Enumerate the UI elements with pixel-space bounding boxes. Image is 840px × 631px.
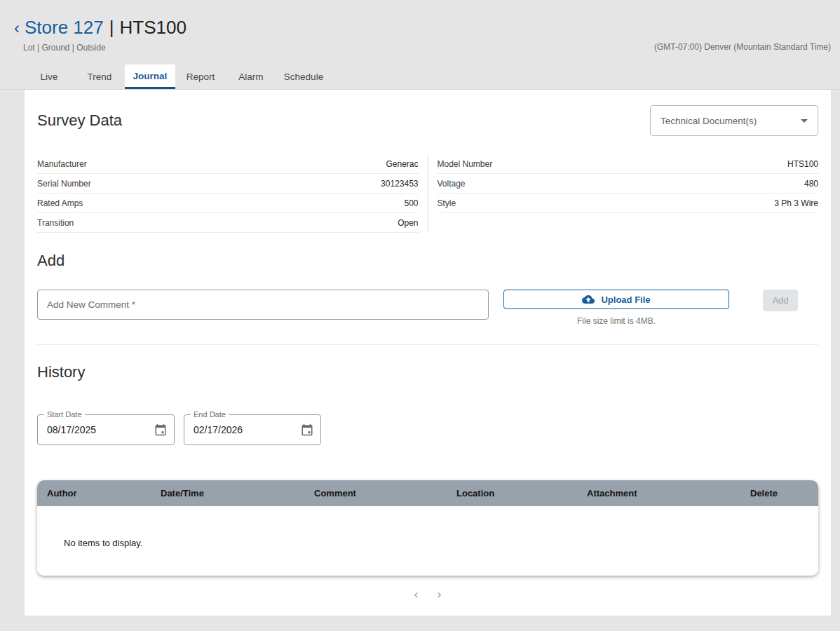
field-value: Open <box>398 218 418 228</box>
add-section-title: Add <box>37 252 818 270</box>
end-date-input[interactable] <box>194 424 271 435</box>
survey-header-row: Survey Data Technical Document(s) <box>37 90 818 136</box>
tab-schedule[interactable]: Schedule <box>276 65 331 89</box>
survey-column-right: Model Number HTS100 Voltage 480 Style 3 … <box>428 154 819 233</box>
field-value: Generac <box>386 159 418 169</box>
field-label: Serial Number <box>37 179 91 189</box>
chevron-down-icon <box>801 119 808 123</box>
end-date-label: End Date <box>191 410 229 419</box>
calendar-icon[interactable] <box>154 423 167 436</box>
survey-table: Manufacturer Generac Serial Number 30123… <box>37 154 818 233</box>
field-value: 500 <box>404 198 418 208</box>
title-row: ‹ Store 127 | HTS100 <box>14 17 831 39</box>
calendar-icon[interactable] <box>301 423 313 436</box>
field-label: Transition <box>37 218 74 228</box>
pagination: ‹ › <box>37 588 818 601</box>
back-chevron-icon[interactable]: ‹ <box>14 19 20 37</box>
upload-file-button[interactable]: Upload File <box>503 290 729 309</box>
next-page-button[interactable]: › <box>434 588 445 601</box>
field-label: Manufacturer <box>37 159 87 169</box>
start-date-input[interactable] <box>47 424 124 435</box>
column-header-comment: Comment <box>302 488 445 498</box>
previous-page-button[interactable]: ‹ <box>411 588 421 601</box>
column-header-delete: Delete <box>729 488 818 498</box>
history-table-body: No items to display. <box>37 506 818 576</box>
column-header-attachment: Attachment <box>575 488 729 498</box>
column-header-author: Author <box>37 488 151 498</box>
field-label: Rated Amps <box>37 198 83 208</box>
timezone-label: (GMT-07:00) Denver (Mountain Standard Ti… <box>654 42 831 52</box>
journal-panel: Survey Data Technical Document(s) Manufa… <box>25 90 831 616</box>
dropdown-value: Technical Document(s) <box>661 116 757 126</box>
tab-report[interactable]: Report <box>175 65 226 89</box>
survey-row-manufacturer: Manufacturer Generac <box>37 154 419 174</box>
field-label: Voltage <box>438 179 466 189</box>
history-section-title: History <box>37 363 818 381</box>
survey-row-rated-amps: Rated Amps 500 <box>37 194 419 213</box>
title-separator: | <box>109 17 114 39</box>
start-date-label: Start Date <box>44 410 85 419</box>
new-comment-input[interactable] <box>37 290 489 320</box>
store-link[interactable]: Store 127 <box>25 17 104 39</box>
tab-trend[interactable]: Trend <box>74 65 125 89</box>
column-header-location: Location <box>445 488 575 498</box>
date-filter-row: Start Date End Date <box>37 414 818 445</box>
empty-table-message: No items to display. <box>37 506 818 548</box>
tab-bar: Live Trend Journal Report Alarm Schedule <box>0 65 840 90</box>
field-label: Style <box>438 198 456 208</box>
field-value: HTS100 <box>787 159 818 169</box>
field-value: 3 Ph 3 Wire <box>774 198 818 208</box>
column-header-datetime: Date/Time <box>151 488 302 498</box>
survey-row-transition: Transition Open <box>37 213 419 233</box>
survey-column-left: Manufacturer Generac Serial Number 30123… <box>37 154 428 233</box>
upload-group: Upload File File size limit is 4MB. <box>503 290 729 326</box>
file-size-note: File size limit is 4MB. <box>503 316 729 326</box>
survey-data-title: Survey Data <box>37 111 122 130</box>
page-header: ‹ Store 127 | HTS100 Lot | Ground | Outs… <box>0 0 840 53</box>
add-row: Upload File File size limit is 4MB. Add <box>37 290 818 326</box>
tab-strip: Live Trend Journal Report Alarm Schedule <box>24 65 840 89</box>
survey-row-style: Style 3 Ph 3 Wire <box>438 194 819 213</box>
device-title: HTS100 <box>120 17 187 39</box>
survey-row-model-number: Model Number HTS100 <box>438 154 819 174</box>
survey-row-serial-number: Serial Number 30123453 <box>37 174 419 194</box>
tab-live[interactable]: Live <box>24 65 74 89</box>
end-date-field[interactable]: End Date <box>184 414 321 445</box>
tab-alarm[interactable]: Alarm <box>226 65 276 89</box>
field-value: 30123453 <box>381 179 418 189</box>
history-table: Author Date/Time Comment Location Attach… <box>37 480 818 576</box>
section-divider <box>37 344 818 345</box>
technical-documents-dropdown[interactable]: Technical Document(s) <box>650 105 818 136</box>
upload-file-label: Upload File <box>601 294 650 305</box>
field-value: 480 <box>804 179 818 189</box>
survey-row-voltage: Voltage 480 <box>438 174 819 194</box>
field-label: Model Number <box>438 159 493 169</box>
start-date-field[interactable]: Start Date <box>37 414 175 445</box>
add-button[interactable]: Add <box>763 290 798 311</box>
history-table-header: Author Date/Time Comment Location Attach… <box>37 480 818 506</box>
tab-journal[interactable]: Journal <box>125 65 175 89</box>
cloud-upload-icon <box>582 293 595 306</box>
